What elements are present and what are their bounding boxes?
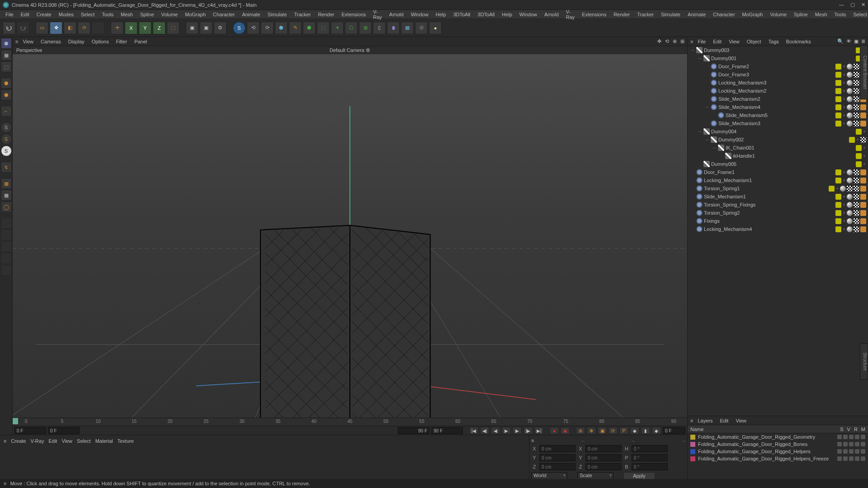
tree-item[interactable]: ikHandle1 bbox=[688, 152, 868, 160]
tree-item[interactable]: –Dummy004 bbox=[688, 127, 868, 136]
om-menu-view[interactable]: View bbox=[726, 38, 742, 45]
snap-b-button[interactable]: S bbox=[1, 134, 12, 145]
tag-org[interactable] bbox=[860, 210, 866, 216]
tag-mat[interactable] bbox=[840, 186, 846, 192]
tag-dot[interactable] bbox=[843, 171, 845, 173]
layer-toggle[interactable] bbox=[861, 449, 865, 454]
pen-tool-icon[interactable]: ✎ bbox=[289, 22, 302, 34]
layer-color-swatch[interactable] bbox=[690, 442, 695, 447]
tag-vis[interactable] bbox=[835, 121, 841, 127]
tree-item[interactable]: Slide_Mechanism1 bbox=[688, 192, 868, 201]
layer-toggle[interactable] bbox=[843, 449, 848, 454]
layer-toggle[interactable] bbox=[837, 435, 842, 439]
menu-create[interactable]: Create bbox=[34, 11, 54, 18]
layer-toggle[interactable] bbox=[855, 442, 859, 446]
vp-menu-filter[interactable]: Filter bbox=[113, 38, 130, 45]
tag-chk[interactable] bbox=[854, 186, 859, 192]
menu-simulate[interactable]: Simulate bbox=[265, 11, 290, 18]
tree-item[interactable]: Fixings bbox=[688, 217, 868, 225]
mm-menu-select[interactable]: Select bbox=[77, 438, 91, 444]
move-tool[interactable]: ✥ bbox=[50, 22, 62, 34]
menu-character[interactable]: Character bbox=[210, 11, 237, 18]
menu-vray[interactable]: V-Ray bbox=[370, 8, 385, 21]
tag-org[interactable] bbox=[860, 186, 866, 192]
tag-dot[interactable] bbox=[843, 66, 845, 67]
tag-icon[interactable]: ⬮ bbox=[387, 22, 400, 34]
camera-icon[interactable]: ▯ bbox=[373, 22, 386, 34]
tool-b-icon[interactable]: ⟳ bbox=[261, 22, 274, 34]
menu-tools[interactable]: Tools bbox=[99, 11, 116, 18]
tag-vis[interactable] bbox=[835, 178, 841, 183]
key-param-button[interactable]: P bbox=[619, 427, 628, 434]
viewport-3d[interactable]: yxz Grid Spacing : 500 cm bbox=[13, 54, 687, 479]
om-menu-object[interactable]: Object bbox=[744, 38, 764, 45]
tree-item[interactable]: Torsion_Spring2 bbox=[688, 209, 868, 217]
timeline[interactable]: 051015202530354045505560657075808590 |◀ … bbox=[13, 418, 687, 435]
menu-select[interactable]: Select bbox=[78, 11, 98, 18]
vp-menu-view[interactable]: View bbox=[20, 38, 36, 45]
subd-icon[interactable]: ⬢ bbox=[303, 22, 316, 34]
keyframe-b-button[interactable]: ▮ bbox=[641, 427, 650, 434]
tag-org[interactable] bbox=[860, 202, 866, 208]
rot-p-field[interactable] bbox=[632, 454, 668, 461]
menu-help[interactable]: Help bbox=[499, 11, 515, 18]
tag-org[interactable] bbox=[860, 226, 866, 232]
mm-menu-create[interactable]: Create bbox=[11, 438, 26, 444]
instance-icon[interactable]: ⬚ bbox=[317, 22, 330, 34]
tag-dot[interactable] bbox=[843, 74, 845, 75]
mm-menu-material[interactable]: Material bbox=[95, 438, 113, 444]
content-browser-tab[interactable]: Content Browser bbox=[860, 45, 868, 99]
tree-item[interactable]: Torsion_Spring1 bbox=[688, 184, 868, 192]
misc-a-button[interactable] bbox=[1, 218, 12, 229]
vp-pan-icon[interactable]: ✥ bbox=[657, 38, 661, 44]
tag-dot[interactable] bbox=[843, 82, 845, 84]
vp-menu-cameras[interactable]: Cameras bbox=[38, 38, 64, 45]
close-button[interactable]: ✕ bbox=[861, 2, 865, 8]
model-mode-button[interactable]: ⬢ bbox=[1, 38, 12, 49]
tree-item[interactable]: –Dummy003 bbox=[688, 46, 868, 54]
tag-mat[interactable] bbox=[847, 226, 853, 232]
om-menu-tags[interactable]: Tags bbox=[766, 38, 782, 45]
tag-chk[interactable] bbox=[854, 72, 859, 78]
tag-mat[interactable] bbox=[847, 88, 853, 94]
structure-tab[interactable]: Structure bbox=[860, 343, 868, 380]
tree-item[interactable]: Locking_Mechanism3 bbox=[688, 79, 868, 87]
layer-row[interactable]: Folding_Automatic_Garage_Door_Rigged_Geo… bbox=[688, 433, 868, 441]
tag-vis[interactable] bbox=[849, 137, 855, 143]
mm-menu-icon[interactable]: ≡ bbox=[4, 438, 6, 444]
tag-mat[interactable] bbox=[847, 121, 853, 127]
lock-x-button[interactable]: X bbox=[125, 22, 137, 34]
tree-item[interactable]: Door_Frame3 bbox=[688, 70, 868, 79]
edge-mode-button[interactable]: ⌐ bbox=[1, 106, 12, 117]
viewport-solo-button[interactable]: ▦ bbox=[1, 178, 12, 189]
misc-c-button[interactable] bbox=[1, 241, 12, 252]
tag-org[interactable] bbox=[860, 121, 866, 127]
tag-org[interactable] bbox=[860, 218, 866, 224]
tag-dot[interactable] bbox=[843, 90, 845, 92]
layer-toggle[interactable] bbox=[843, 442, 848, 446]
tree-item[interactable]: –IK_Chain001 bbox=[688, 144, 868, 152]
layer-row[interactable]: Folding_Automatic_Garage_Door_Rigged_Hel… bbox=[688, 455, 868, 462]
tag-dot[interactable] bbox=[863, 131, 865, 132]
layers-menu-icon[interactable]: ≡ bbox=[690, 418, 693, 423]
om-menu-edit[interactable]: Edit bbox=[710, 38, 724, 45]
menu-file[interactable]: File bbox=[3, 11, 16, 18]
expand-toggle[interactable]: – bbox=[698, 129, 702, 134]
vp-maximize-icon[interactable]: ⊞ bbox=[680, 38, 684, 44]
tree-item[interactable]: –Dummy001 bbox=[688, 54, 868, 62]
tag-chk[interactable] bbox=[854, 210, 859, 216]
menu-tracker[interactable]: Tracker bbox=[634, 11, 656, 18]
tag-org[interactable] bbox=[860, 194, 866, 200]
tweak-button[interactable]: ↯ bbox=[1, 162, 12, 173]
last-tool[interactable] bbox=[92, 22, 104, 34]
menu-arnold[interactable]: Arnold bbox=[387, 11, 406, 18]
vp-zoom-icon[interactable]: ⟲ bbox=[665, 38, 669, 44]
tree-item[interactable]: Locking_Mechanism4 bbox=[688, 225, 868, 233]
tag-chk[interactable] bbox=[854, 121, 859, 127]
redo-button[interactable] bbox=[17, 22, 29, 34]
tag-dot[interactable] bbox=[843, 204, 845, 206]
layer-toggle[interactable] bbox=[843, 456, 848, 461]
tag-chk[interactable] bbox=[854, 202, 859, 208]
deformer-icon[interactable]: ✦ bbox=[331, 22, 344, 34]
menu-spline[interactable]: Spline bbox=[791, 11, 811, 18]
